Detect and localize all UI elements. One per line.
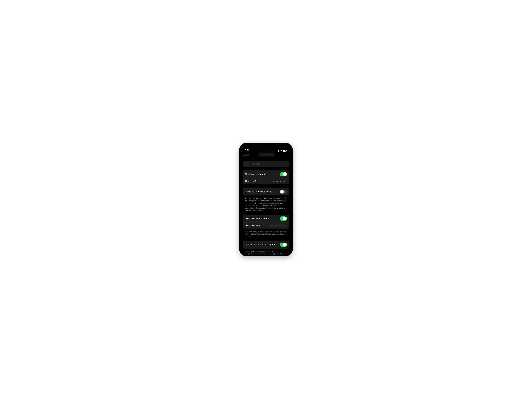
low-data-label: Modo de datos reducidos <box>245 190 272 193</box>
password-label: Contraseña <box>245 180 257 183</box>
low-data-toggle[interactable] <box>280 190 287 194</box>
phone-frame: 8:02 70 <box>239 143 293 256</box>
limit-ip-label: Limitar rastreo de dirección IP <box>245 243 276 246</box>
private-address-label: Dirección Wi-Fi privada <box>245 217 269 220</box>
limit-ip-footer: Puedes limitar el rastreo de tu direcció… <box>243 250 289 254</box>
chevron-left-icon <box>242 153 245 157</box>
dynamic-island <box>258 146 274 151</box>
forget-label: Omitir esta red <box>245 162 260 165</box>
status-time: 8:02 <box>245 149 249 152</box>
nav-title <box>251 153 290 157</box>
limit-ip-row: Limitar rastreo de dirección IP <box>243 241 289 248</box>
phone-inner: 8:02 70 <box>241 145 291 254</box>
connection-group: Conexión automática Contraseña ●●●●●●●●●… <box>243 171 289 184</box>
private-address-toggle[interactable] <box>280 216 287 221</box>
private-address-footer: El uso de una dirección privada contribu… <box>243 230 289 241</box>
network-name-blurred <box>259 153 274 156</box>
settings-content: Omitir esta red Conexión automática Cont… <box>241 158 291 254</box>
wifi-address-row[interactable]: Dirección Wi-Fi <box>243 222 289 228</box>
wifi-icon <box>280 150 282 152</box>
battery-percent: 70 <box>284 150 285 152</box>
battery-icon: 70 <box>283 150 287 152</box>
auto-join-label: Conexión automática <box>245 173 267 176</box>
password-row[interactable]: Contraseña ●●●●●●●●●●● <box>243 178 289 184</box>
cellular-signal-icon <box>277 150 279 152</box>
nav-bar: Wi-Fi <box>241 152 291 158</box>
low-data-row: Modo de datos reducidos <box>243 188 289 196</box>
back-button[interactable]: Wi-Fi <box>242 153 250 157</box>
screen: 8:02 70 <box>241 145 291 254</box>
private-address-row: Dirección Wi-Fi privada <box>243 215 289 222</box>
password-masked: ●●●●●●●●●●● <box>272 181 287 182</box>
low-data-footer: El modo de datos reducidos ayuda a dismi… <box>243 196 289 215</box>
private-address-group: Dirección Wi-Fi privada Dirección Wi-Fi <box>243 215 289 228</box>
auto-join-row: Conexión automática <box>243 171 289 178</box>
front-camera <box>269 147 270 149</box>
status-right: 70 <box>277 150 287 152</box>
wifi-address-label: Dirección Wi-Fi <box>245 224 261 227</box>
low-data-group: Modo de datos reducidos <box>243 188 289 196</box>
wifi-address-blurred <box>269 225 287 227</box>
forget-group: Omitir esta red <box>243 161 289 167</box>
limit-ip-group: Limitar rastreo de dirección IP <box>243 241 289 248</box>
auto-join-toggle[interactable] <box>280 172 287 176</box>
back-label: Wi-Fi <box>245 153 250 156</box>
forget-network-button[interactable]: Omitir esta red <box>243 161 289 167</box>
limit-ip-toggle[interactable] <box>280 243 287 247</box>
home-indicator[interactable] <box>257 253 275 253</box>
